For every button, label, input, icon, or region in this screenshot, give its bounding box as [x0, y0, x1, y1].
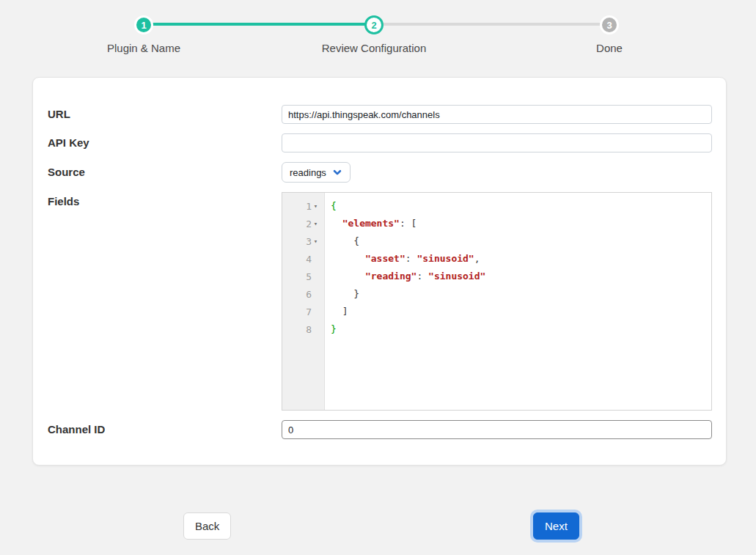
- editor-gutter: 1▾2▾3▾45678: [282, 193, 325, 410]
- gutter-line: 3▾: [282, 232, 324, 250]
- fold-arrow-icon[interactable]: ▾: [312, 215, 320, 232]
- fold-arrow-icon[interactable]: ▾: [312, 197, 320, 215]
- gutter-line: 8: [282, 320, 324, 338]
- url-row: URL: [48, 105, 712, 124]
- step-2-label: Review Configuration: [322, 42, 427, 54]
- line-number: 2: [306, 218, 312, 229]
- back-button[interactable]: Back: [183, 512, 231, 540]
- step-1-label: Plugin & Name: [107, 42, 180, 54]
- fields-code-editor: 1▾2▾3▾45678 { "elements": [ { "asset": "…: [282, 192, 712, 411]
- editor-code[interactable]: { "elements": [ { "asset": "sinusoid", "…: [325, 193, 711, 410]
- api-key-input[interactable]: [282, 133, 712, 152]
- api-key-label: API Key: [48, 133, 282, 152]
- code-line[interactable]: }: [331, 320, 711, 338]
- url-input[interactable]: [282, 105, 712, 124]
- line-number: 5: [306, 271, 312, 282]
- code-line[interactable]: {: [331, 197, 711, 215]
- code-line[interactable]: "reading": "sinusoid": [331, 268, 711, 285]
- line-number: 6: [306, 289, 312, 300]
- code-line[interactable]: {: [331, 232, 711, 250]
- wizard-stepper: 1 2 3 Plugin & Name Review Configuration…: [0, 0, 756, 67]
- channel-id-input[interactable]: [282, 420, 712, 439]
- step-1-circle: 1: [134, 15, 153, 34]
- code-line[interactable]: "asset": "sinusoid",: [331, 250, 711, 268]
- stepper-connector-inactive: [374, 23, 609, 26]
- gutter-line: 4: [282, 250, 324, 268]
- wizard-page: 1 2 3 Plugin & Name Review Configuration…: [0, 0, 756, 555]
- code-line[interactable]: }: [331, 285, 711, 303]
- line-number: 7: [306, 306, 312, 317]
- gutter-line: 5: [282, 268, 324, 285]
- step-3-label: Done: [596, 42, 623, 54]
- fields-row: Fields 1▾2▾3▾45678 { "elements": [ { "as…: [48, 192, 712, 411]
- next-button[interactable]: Next: [533, 512, 579, 540]
- url-label: URL: [48, 105, 282, 124]
- gutter-line: 1▾: [282, 197, 324, 215]
- step-3-circle: 3: [600, 15, 619, 34]
- stepper-connector-active: [144, 23, 374, 26]
- fields-label: Fields: [48, 192, 282, 211]
- line-number: 1: [306, 201, 312, 212]
- config-form-card: URL API Key Source readings: [32, 77, 727, 466]
- source-row: Source readings: [48, 162, 712, 183]
- line-number: 3: [306, 236, 312, 247]
- gutter-line: 7: [282, 303, 324, 320]
- api-key-row: API Key: [48, 133, 712, 152]
- gutter-line: 2▾: [282, 215, 324, 232]
- gutter-line: 6: [282, 285, 324, 303]
- line-number: 8: [306, 324, 312, 335]
- fold-arrow-icon[interactable]: ▾: [312, 232, 320, 250]
- channel-id-row: Channel ID: [48, 420, 712, 439]
- source-label: Source: [48, 163, 282, 182]
- code-line[interactable]: ]: [331, 303, 711, 320]
- code-line[interactable]: "elements": [: [331, 215, 711, 232]
- source-selected-value: readings: [290, 167, 326, 178]
- channel-id-label: Channel ID: [48, 420, 282, 439]
- step-2-circle: 2: [364, 15, 383, 34]
- chevron-down-icon: [332, 167, 342, 177]
- line-number: 4: [306, 254, 312, 265]
- source-select[interactable]: readings: [282, 162, 351, 183]
